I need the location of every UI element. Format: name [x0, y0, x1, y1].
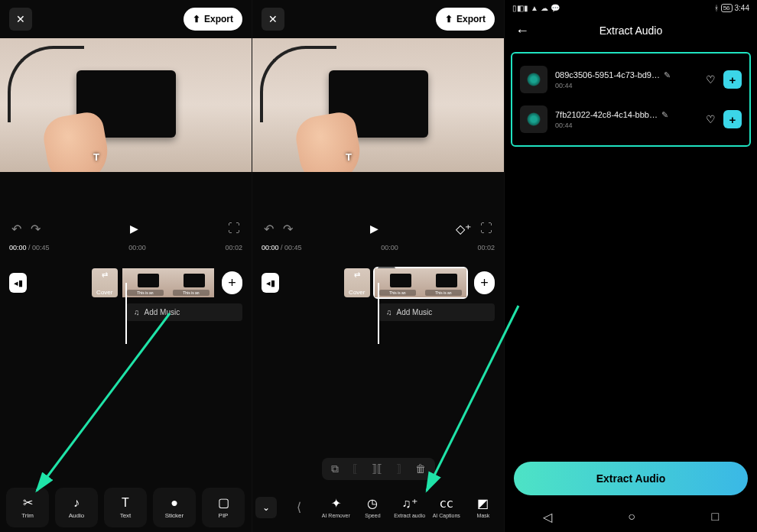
- audio-thumbnail: [520, 66, 547, 93]
- time-marker: 00:02: [477, 244, 495, 251]
- export-button[interactable]: ⬆ Export: [184, 8, 242, 31]
- time-marker: 00:00: [56, 244, 219, 251]
- audio-tool[interactable]: ♪Audio: [55, 488, 98, 527]
- play-button[interactable]: ▶: [130, 222, 138, 235]
- split-icon[interactable]: ⟧⟦: [372, 462, 382, 475]
- fullscreen-icon[interactable]: ⛶: [480, 222, 492, 235]
- editor-panel-middle: ✕ ⬆ Export T ↶ ↷ ▶ ◇⁺ ⛶ 00:00 / 00:45: [252, 0, 505, 532]
- undo-icon[interactable]: ↶: [11, 222, 21, 236]
- music-note-icon: ♪: [73, 496, 80, 510]
- pip-tool[interactable]: ▢PIP: [202, 488, 245, 527]
- time-total: 00:45: [284, 244, 302, 251]
- fullscreen-icon[interactable]: ⛶: [228, 222, 240, 235]
- cover-thumbnail[interactable]: Cover: [344, 268, 370, 297]
- add-music-button[interactable]: ♫ Add Music: [126, 303, 242, 321]
- text-indicator-icon: T: [93, 151, 99, 163]
- play-button[interactable]: ▶: [370, 222, 378, 235]
- cover-thumbnail[interactable]: Cover: [92, 268, 118, 297]
- audio-thumbnail: [520, 105, 547, 133]
- add-clip-button[interactable]: +: [222, 271, 242, 294]
- favorite-button[interactable]: ♡: [706, 113, 716, 125]
- time-marker: 00:00: [308, 244, 472, 251]
- collapse-button[interactable]: ⌄: [255, 497, 277, 518]
- music-note-icon: ♫: [386, 308, 392, 316]
- add-music-label: Add Music: [145, 308, 180, 316]
- editor-panel-left: ✕ ⬆ Export T ↶ ↷ ▶ ⛶ 00:00 / 00:45 00:00: [0, 0, 252, 532]
- clip-actions-bar: ⧉ ⟦ ⟧⟦ ⟧ 🗑: [322, 458, 435, 480]
- ai-remover-tool[interactable]: ✦AI Remover: [318, 496, 353, 518]
- video-preview[interactable]: T: [252, 38, 504, 172]
- status-time: 3:44: [735, 4, 749, 12]
- audio-name: 089c3506-5951-4c73-bd9…: [555, 70, 660, 79]
- eraser-ai-icon: ✦: [331, 496, 341, 511]
- signal-icon: ▯◧▮: [512, 4, 528, 12]
- speed-tool[interactable]: ◷Speed: [355, 496, 390, 518]
- audio-duration: 00:44: [555, 82, 698, 89]
- upload-icon: ⬆: [193, 14, 200, 24]
- export-label: Export: [204, 14, 233, 24]
- text-tool[interactable]: TText: [104, 488, 147, 527]
- audio-name: 7fb21022-42c8-4c14-bbb…: [555, 110, 658, 119]
- time-current: 00:00: [9, 244, 27, 251]
- clip-strip-selected[interactable]: 44.9s This is an This is an: [375, 268, 466, 297]
- trim-tool[interactable]: ✂Trim: [6, 488, 49, 527]
- prev-tool[interactable]: ⟨: [281, 500, 317, 514]
- extract-audio-icon: ♫⁺: [402, 496, 417, 511]
- extract-audio-tool[interactable]: ♫⁺Extract audio: [392, 496, 427, 518]
- favorite-button[interactable]: ♡: [706, 73, 716, 86]
- time-total: 00:45: [32, 244, 50, 251]
- nav-home-icon[interactable]: ○: [628, 510, 635, 524]
- ai-captions-tool[interactable]: ᴄᴄAI Captions: [429, 496, 464, 518]
- text-icon: T: [122, 496, 129, 510]
- time-current: 00:00: [262, 244, 279, 251]
- image-icon: ▢: [218, 495, 229, 510]
- add-audio-button[interactable]: +: [723, 70, 742, 89]
- undo-icon[interactable]: ↶: [264, 222, 274, 236]
- add-music-button[interactable]: ♫ Add Music: [378, 303, 495, 321]
- scissors-icon: ✂: [23, 495, 33, 510]
- export-label: Export: [456, 14, 486, 24]
- export-button[interactable]: ⬆ Export: [436, 8, 495, 31]
- mute-button[interactable]: ◂▮: [262, 273, 279, 293]
- playhead[interactable]: [125, 283, 127, 344]
- nav-recent-icon[interactable]: □: [712, 510, 720, 524]
- edit-icon[interactable]: ✎: [664, 70, 671, 80]
- copy-icon[interactable]: ⧉: [331, 462, 339, 475]
- keyframe-icon[interactable]: ◇⁺: [456, 222, 471, 236]
- trash-icon[interactable]: 🗑: [415, 462, 426, 475]
- mute-button[interactable]: ◂▮: [9, 273, 27, 293]
- playhead[interactable]: [378, 283, 379, 344]
- status-bar: ▯◧▮ ▲ ☁ 💬 ᚼ 56 3:44: [505, 0, 757, 15]
- video-preview[interactable]: T: [0, 38, 252, 172]
- wifi-icon: ▲: [531, 4, 538, 12]
- mask-tool[interactable]: ◩Mask: [466, 496, 501, 518]
- bottom-toolbar: ⌄ ⟨ ✦AI Remover ◷Speed ♫⁺Extract audio ᴄ…: [252, 482, 504, 532]
- audio-duration: 00:44: [555, 122, 698, 129]
- audio-item[interactable]: 089c3506-5951-4c73-bd9…✎ 00:44 ♡ +: [517, 60, 745, 99]
- clip-strip[interactable]: This is an This is an: [122, 268, 214, 297]
- cloud-icon: ☁: [541, 4, 548, 12]
- nav-back-icon[interactable]: ◁: [543, 510, 552, 524]
- speed-icon: ◷: [367, 496, 378, 511]
- bluetooth-icon: ᚼ: [714, 4, 719, 12]
- sticker-icon: ●: [171, 496, 178, 510]
- time-marker: 00:02: [225, 244, 242, 251]
- audio-list-highlighted: 089c3506-5951-4c73-bd9…✎ 00:44 ♡ + 7fb21…: [511, 52, 751, 147]
- split-right-icon: ⟧: [396, 462, 401, 475]
- sticker-tool[interactable]: ●Sticker: [153, 488, 196, 527]
- battery-level: 56: [721, 4, 733, 12]
- upload-icon: ⬆: [445, 14, 453, 24]
- extract-audio-button[interactable]: Extract Audio: [514, 462, 748, 495]
- audio-item[interactable]: 7fb21022-42c8-4c14-bbb…✎ 00:44 ♡ +: [517, 99, 745, 139]
- extract-audio-panel: ▯◧▮ ▲ ☁ 💬 ᚼ 56 3:44 ← Extract Audio 089c…: [505, 0, 757, 532]
- android-nav-bar: ◁ ○ □: [505, 501, 757, 532]
- chat-icon: 💬: [551, 4, 560, 12]
- captions-ai-icon: ᴄᴄ: [440, 496, 453, 511]
- redo-icon[interactable]: ↷: [283, 222, 293, 236]
- redo-icon[interactable]: ↷: [31, 222, 41, 236]
- add-audio-button[interactable]: +: [723, 110, 742, 128]
- close-button[interactable]: ✕: [9, 8, 32, 31]
- add-clip-button[interactable]: +: [474, 271, 495, 294]
- close-button[interactable]: ✕: [262, 8, 284, 31]
- edit-icon[interactable]: ✎: [661, 110, 668, 120]
